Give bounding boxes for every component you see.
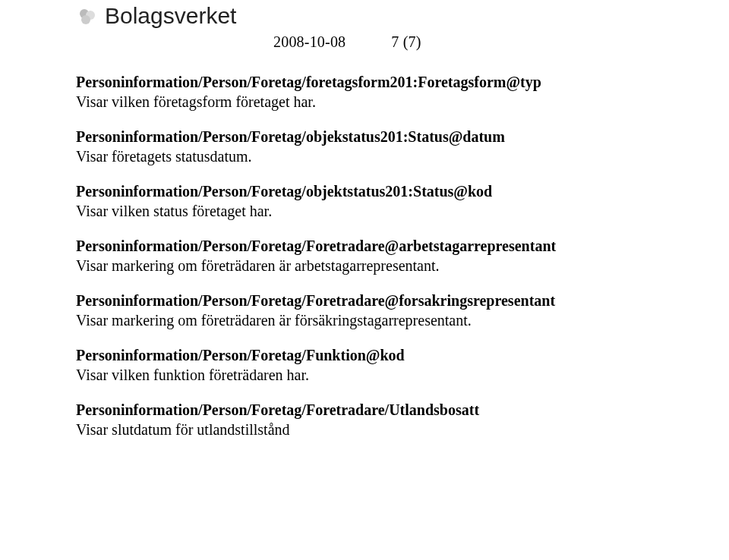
definition-description: Visar slutdatum för utlandstillstånd [76,420,668,439]
definition-description: Visar vilken funktion företrädaren har. [76,365,668,385]
definition-description: Visar markering om företrädaren är försä… [76,310,668,330]
document-meta: 2008-10-08 7 (7) [273,33,668,51]
document-date: 2008-10-08 [273,33,346,51]
definition-description: Visar markering om företrädaren är arbet… [76,256,668,275]
document-page: Bolagsverket 2008-10-08 7 (7) Personinfo… [0,0,729,560]
definition-path: Personinformation/Person/Foretag/Foretra… [76,291,668,310]
content-area: Personinformation/Person/Foretag/foretag… [76,72,668,439]
definition-item: Personinformation/Person/Foretag/objekts… [76,181,668,221]
svg-point-2 [81,15,90,24]
definition-description: Visar företagets statusdatum. [76,146,668,166]
logo-icon [76,5,97,27]
definition-description: Visar vilken företagsform företaget har. [76,92,668,112]
definition-item: Personinformation/Person/Foretag/objekst… [76,127,668,166]
definition-description: Visar vilken status företaget har. [76,201,668,221]
header-row: Bolagsverket [76,0,668,29]
definition-path: Personinformation/Person/Foretag/objekst… [76,127,668,146]
page-indicator: 7 (7) [391,33,421,51]
definition-item: Personinformation/Person/Foretag/Funktio… [76,345,668,385]
definition-path: Personinformation/Person/Foretag/Foretra… [76,400,668,420]
definition-path: Personinformation/Person/Foretag/objekts… [76,181,668,201]
brand-wordmark: Bolagsverket [105,3,236,29]
definition-path: Personinformation/Person/Foretag/foretag… [76,72,668,92]
definition-item: Personinformation/Person/Foretag/foretag… [76,72,668,112]
definition-item: Personinformation/Person/Foretag/Foretra… [76,400,668,439]
definition-item: Personinformation/Person/Foretag/Foretra… [76,236,668,275]
definition-path: Personinformation/Person/Foretag/Funktio… [76,345,668,365]
definition-item: Personinformation/Person/Foretag/Foretra… [76,291,668,330]
definition-path: Personinformation/Person/Foretag/Foretra… [76,236,668,256]
